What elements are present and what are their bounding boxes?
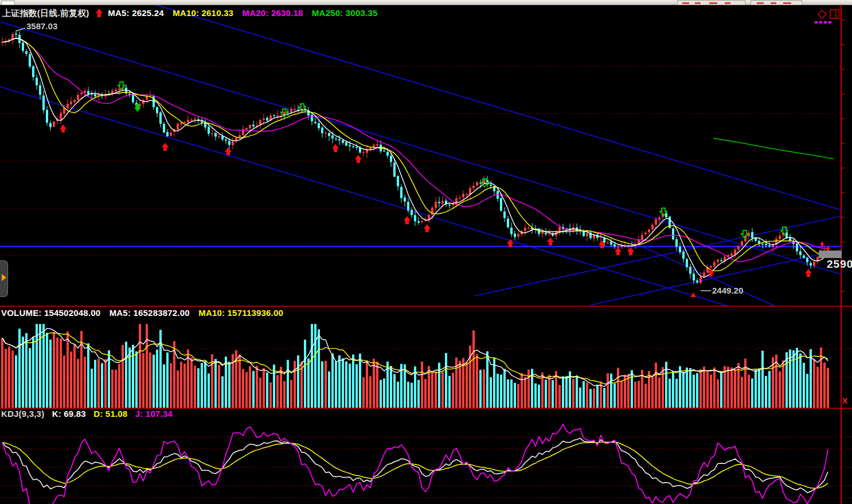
ma250-value: MA250: 3003.35 — [312, 8, 378, 18]
low-price-label: 2449.20 — [712, 286, 743, 295]
up-arrow-icon — [95, 9, 103, 18]
main-price-pane[interactable] — [0, 5, 841, 306]
symbol-title: 上证指数(日线.前复权) — [2, 8, 89, 18]
ma10-value: MA10: 2610.33 — [173, 8, 233, 18]
kdj-j-value: J: 107.34 — [135, 409, 173, 419]
volume-pane[interactable] — [0, 324, 852, 408]
volume-value: VOLUME: 154502048.00 — [1, 308, 100, 318]
kdj-pane[interactable] — [0, 424, 852, 504]
volume-ma5-value: MA5: 165283872.00 — [110, 308, 190, 318]
diamond-icon[interactable] — [818, 10, 826, 18]
ma5-value: MA5: 2625.24 — [108, 8, 163, 18]
volume-ma10-value: MA10: 157113936.00 — [198, 308, 283, 318]
kdj-d-value: D: 51.08 — [93, 409, 127, 419]
kdj-header: KDJ(9,3,3) K: 69.83 D: 51.08 J: 107.34 — [1, 409, 173, 419]
expand-arrow-icon — [2, 274, 6, 281]
kdj-k-value: K: 69.83 — [52, 409, 86, 419]
panel-expand-handle[interactable] — [0, 260, 8, 297]
ma20-value: MA20: 2630.18 — [243, 8, 303, 18]
kdj-title: KDJ(9,3,3) — [1, 409, 44, 419]
high-price-label: 3587.03 — [26, 21, 57, 31]
close-indicator-button[interactable]: X — [842, 396, 847, 405]
trading-app-window: 上证指数(日线.前复权) MA5: 2625.24 MA10: 2610.33 … — [0, 0, 852, 504]
chart-canvas[interactable] — [0, 0, 852, 504]
magenta-dots-icon — [815, 21, 831, 24]
main-chart-header: 上证指数(日线.前复权) MA5: 2625.24 MA10: 2610.33 … — [2, 8, 377, 18]
window-icon[interactable] — [830, 10, 839, 18]
last-price-label: 2590 — [827, 258, 852, 271]
volume-header: VOLUME: 154502048.00 MA5: 165283872.00 M… — [1, 308, 283, 318]
